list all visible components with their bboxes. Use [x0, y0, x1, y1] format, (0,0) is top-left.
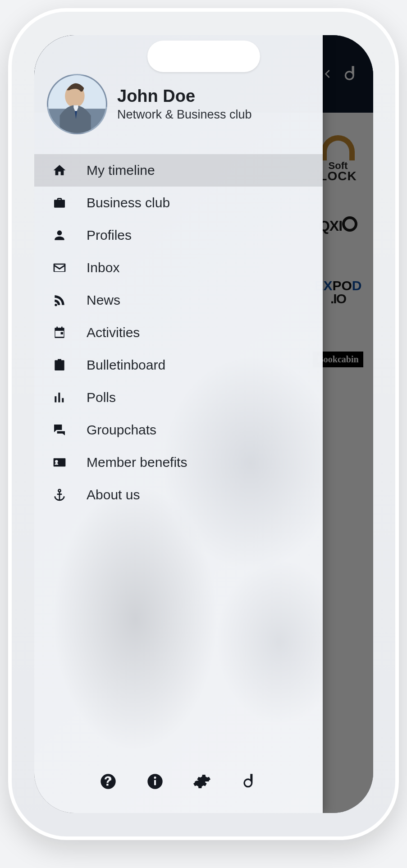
board-icon	[51, 357, 68, 373]
nav-label: Inbox	[87, 260, 323, 275]
mail-icon	[51, 260, 68, 276]
gear-icon	[193, 772, 211, 790]
calendar-icon	[51, 324, 68, 341]
id-card-icon	[51, 454, 68, 471]
profile-subtitle: Network & Business club	[117, 108, 252, 122]
device-notch	[147, 41, 260, 72]
nav-label: Business club	[87, 195, 323, 210]
bars-icon	[51, 389, 68, 406]
nav-item-news[interactable]: News	[34, 284, 323, 316]
brand-b-icon	[240, 772, 258, 790]
nav-item-activities[interactable]: Activities	[34, 316, 323, 349]
bottom-action-help[interactable]	[98, 772, 118, 791]
navigation-drawer: John Doe Network & Business club My time…	[34, 35, 323, 813]
bottom-action-settings[interactable]	[192, 772, 212, 791]
nav-label: Activities	[87, 325, 323, 340]
rss-icon	[51, 292, 68, 308]
nav-item-about[interactable]: About us	[34, 479, 323, 511]
nav-item-timeline[interactable]: My timeline	[34, 154, 323, 187]
info-icon	[146, 772, 164, 790]
chat-icon	[51, 422, 68, 438]
nav-label: Groupchats	[87, 422, 323, 438]
nav-item-polls[interactable]: Polls	[34, 381, 323, 414]
nav-item-profiles[interactable]: Profiles	[34, 219, 323, 251]
bottom-action-info[interactable]	[145, 772, 165, 791]
nav-label: Member benefits	[87, 455, 323, 470]
briefcase-icon	[51, 195, 68, 211]
anchor-icon	[51, 487, 68, 503]
phone-screen: Soft LOCK QXI EXPOD .IO Bookcabin	[34, 35, 373, 813]
nav-item-businessclub[interactable]: Business club	[34, 187, 323, 219]
help-icon	[99, 772, 117, 790]
profile-name: John Doe	[117, 87, 252, 106]
person-icon	[51, 227, 68, 243]
bottom-action-brand[interactable]	[239, 772, 259, 791]
nav-item-inbox[interactable]: Inbox	[34, 251, 323, 284]
nav-item-groupchats[interactable]: Groupchats	[34, 414, 323, 446]
nav-label: Polls	[87, 390, 323, 405]
nav-item-benefits[interactable]: Member benefits	[34, 446, 323, 479]
drawer-bottom-actions	[34, 758, 323, 813]
nav-label: Profiles	[87, 228, 323, 243]
nav-label: News	[87, 292, 323, 308]
nav-label: My timeline	[87, 163, 323, 178]
nav-label: Bulletinboard	[87, 357, 323, 373]
drawer-nav: My timelineBusiness clubProfilesInboxNew…	[34, 154, 323, 511]
home-icon	[51, 162, 68, 178]
nav-item-bulletin[interactable]: Bulletinboard	[34, 349, 323, 381]
nav-label: About us	[87, 487, 323, 503]
avatar[interactable]	[47, 74, 107, 134]
